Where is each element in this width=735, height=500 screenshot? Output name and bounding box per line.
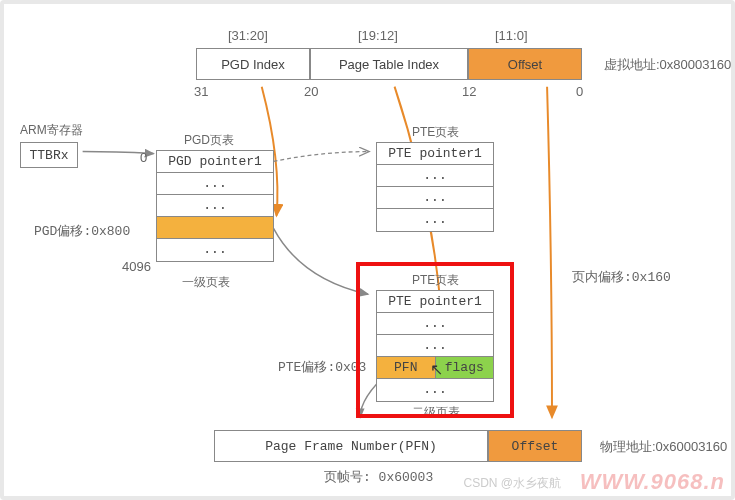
- phys-address-label: 物理地址:0x60003160: [600, 438, 727, 456]
- page-offset-label: 页内偏移:0x160: [572, 268, 671, 286]
- pgd-row-dots1: ...: [157, 173, 273, 195]
- ttbrx-register: TTBRx: [20, 142, 78, 168]
- pgd-table-title: PGD页表: [184, 132, 234, 149]
- pte-upper-row-0: PTE pointer1: [377, 143, 493, 165]
- pte-lower-row-1: ...: [377, 313, 493, 335]
- cursor-icon: ↖: [430, 360, 443, 379]
- virtual-address-label: 虚拟地址:0x80003160: [604, 56, 731, 74]
- pte-offset-label: PTE偏移:0x03: [278, 358, 366, 376]
- watermark-brand: WWW.9068.n: [580, 469, 725, 495]
- pte-upper-row-2: ...: [377, 187, 493, 209]
- pte-lower-row-3: ...: [377, 379, 493, 401]
- pte-lower-row-0: PTE pointer1: [377, 291, 493, 313]
- bit-0: 0: [576, 84, 583, 99]
- pte-lower-title: PTE页表: [412, 272, 459, 289]
- pte-upper-row-1: ...: [377, 165, 493, 187]
- diagram-canvas: [31:20] [19:12] [11:0] 虚拟地址:0x80003160 P…: [0, 0, 735, 500]
- pgd-end: 4096: [122, 259, 151, 274]
- pgd-table: PGD pointer1 ... ... ...: [156, 150, 274, 262]
- flags-cell: flags: [436, 357, 494, 378]
- pfn-box: Page Frame Number(PFN): [214, 430, 488, 462]
- bit-20: 20: [304, 84, 318, 99]
- arm-register-label: ARM寄存器: [20, 122, 83, 139]
- pte-upper-row-3: ...: [377, 209, 493, 231]
- bit-range-pgd: [31:20]: [228, 28, 268, 43]
- pte-upper-title: PTE页表: [412, 124, 459, 141]
- pte-index-field: Page Table Index: [310, 48, 468, 80]
- bit-31: 31: [194, 84, 208, 99]
- pte-upper-table: PTE pointer1 ... ... ...: [376, 142, 494, 232]
- bit-12: 12: [462, 84, 476, 99]
- frame-number-label: 页帧号: 0x60003: [324, 468, 433, 486]
- bit-range-offset: [11:0]: [495, 28, 528, 43]
- pgd-row-dots3: ...: [157, 239, 273, 261]
- pgd-row-0: PGD pointer1: [157, 151, 273, 173]
- pgd-caption: 一级页表: [182, 274, 230, 291]
- pgd-row-highlight: [157, 217, 273, 239]
- bit-range-pte: [19:12]: [358, 28, 398, 43]
- offset-field: Offset: [468, 48, 582, 80]
- pgd-offset-label: PGD偏移:0x800: [34, 222, 130, 240]
- pfn-cell: PFN: [377, 357, 436, 378]
- pgd-index-field: PGD Index: [196, 48, 310, 80]
- phys-offset-box: Offset: [488, 430, 582, 462]
- watermark-text: CSDN @水乡夜航: [463, 475, 561, 492]
- pte-lower-caption: 二级页表: [412, 404, 460, 421]
- pgd-row-dots2: ...: [157, 195, 273, 217]
- pgd-zero: 0: [140, 150, 147, 165]
- pte-lower-table: PTE pointer1 ... ... PFN flags ...: [376, 290, 494, 402]
- pte-lower-row-2: ...: [377, 335, 493, 357]
